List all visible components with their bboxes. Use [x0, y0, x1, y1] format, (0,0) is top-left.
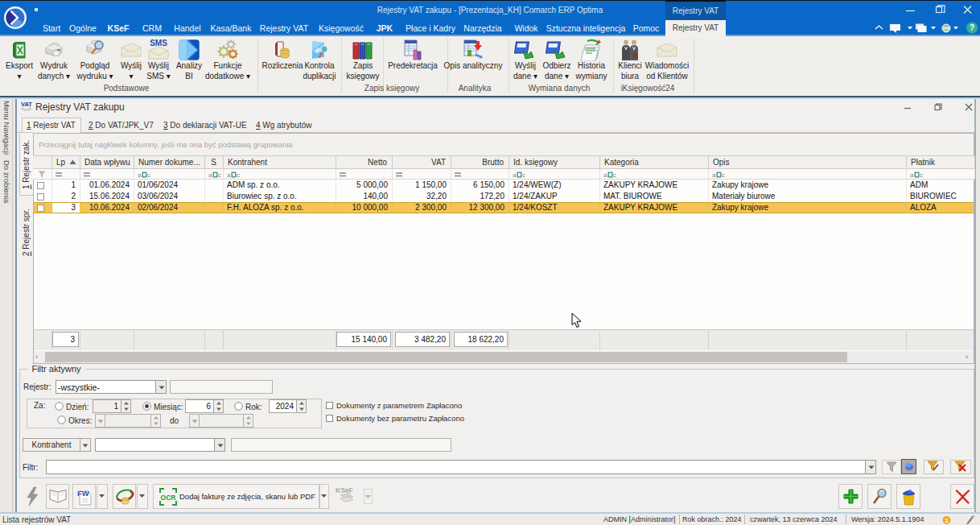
- svg-text:a: a: [513, 172, 517, 178]
- svg-text:VAT: VAT: [21, 101, 32, 108]
- svg-text:?: ?: [970, 23, 974, 32]
- svg-text:c: c: [218, 172, 221, 178]
- svg-text:a: a: [910, 172, 914, 178]
- svg-text:1: 1: [945, 517, 949, 524]
- svg-text:OCR: OCR: [161, 494, 176, 502]
- svg-text:a: a: [138, 172, 142, 178]
- svg-text:c: c: [147, 172, 150, 178]
- svg-text:c: c: [237, 172, 240, 178]
- svg-text:a: a: [603, 172, 607, 178]
- svg-text:c: c: [522, 172, 525, 178]
- svg-text:a: a: [208, 172, 212, 178]
- svg-text:SMS: SMS: [150, 39, 167, 48]
- svg-text:a: a: [712, 172, 716, 178]
- svg-text:c: c: [722, 172, 725, 178]
- svg-text:c: c: [613, 172, 616, 178]
- svg-text:FW: FW: [77, 489, 89, 498]
- svg-text:KSeF: KSeF: [336, 486, 353, 494]
- svg-text:a: a: [227, 172, 231, 178]
- svg-text:c: c: [920, 172, 923, 178]
